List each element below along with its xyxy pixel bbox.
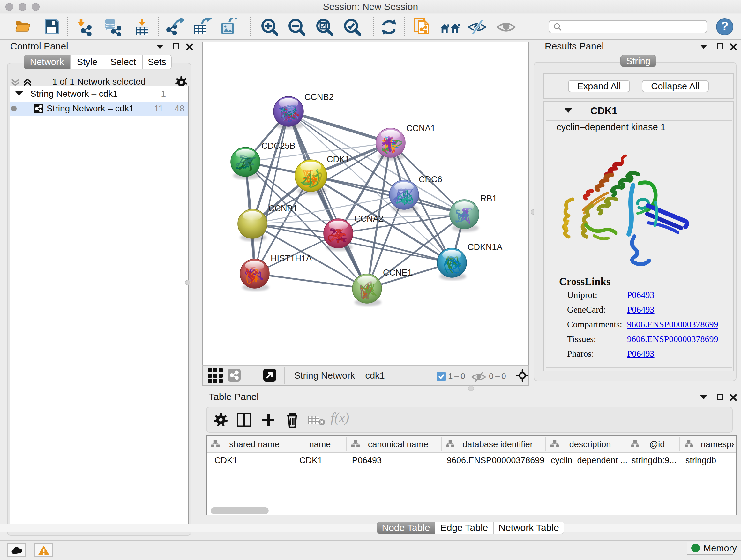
svg-text:HIST1H1A: HIST1H1A xyxy=(271,253,312,263)
svg-text:CCNA1: CCNA1 xyxy=(406,124,435,133)
svg-text:CCNB1: CCNB1 xyxy=(268,204,298,213)
svg-text:CDC25B: CDC25B xyxy=(261,141,295,151)
svg-text:CDKN1A: CDKN1A xyxy=(468,242,502,252)
svg-text:CCNE1: CCNE1 xyxy=(383,268,412,277)
svg-text:CCNA2: CCNA2 xyxy=(354,214,384,224)
svg-text:RB1: RB1 xyxy=(480,194,497,203)
svg-text:CCNB2: CCNB2 xyxy=(305,92,334,102)
svg-text:CDK1: CDK1 xyxy=(327,154,350,164)
svg-text:CDC6: CDC6 xyxy=(419,175,442,184)
